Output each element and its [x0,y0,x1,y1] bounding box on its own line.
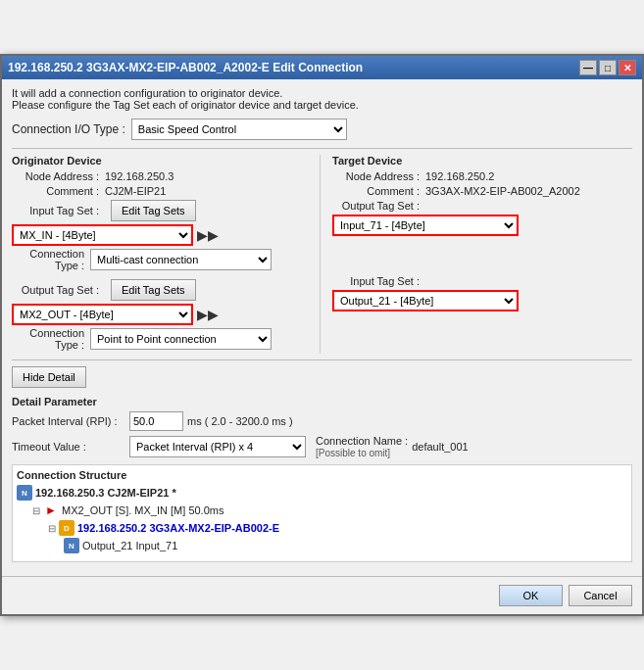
rpi-input[interactable] [129,411,183,431]
tree-item1-text: 192.168.250.3 CJ2M-EIP21 * [35,487,176,499]
orig-comment-row: Comment : CJ2M-EIP21 [12,185,308,197]
orig-conn-type-label: ConnectionType : [12,248,90,271]
target-comment-label: Comment : [332,185,425,197]
detail-section: Detail Parameter Packet Interval (RPI) :… [12,396,632,458]
info-text: It will add a connection configuration t… [12,87,632,111]
tree-item-1: N 192.168.250.3 CJ2M-EIP21 * [17,485,627,501]
orig-output-tag-label: Output Tag Set : [12,284,105,296]
orig-output-conn-type-select[interactable]: Point to Point connection [90,328,272,350]
target-column: Target Device Node Address : 192.168.250… [324,155,632,354]
info-line1: It will add a connection configuration t… [12,87,632,99]
orig-node-value: 192.168.250.3 [105,170,173,182]
orig-comment-label: Comment : [12,185,105,197]
orig-node-row: Node Address : 192.168.250.3 [12,170,308,182]
orig-output-tag-select[interactable]: MX2_OUT - [4Byte] [12,304,193,325]
conn-struct-title: Connection Structure [17,469,627,481]
orig-comment-value: CJ2M-EIP21 [105,185,166,197]
arrow-right-icon: ▶▶ [197,227,219,243]
target-output-tag-label: Output Tag Set : [332,200,425,212]
orig-input-select-row: MX_IN - [4Byte] ▶▶ [12,224,308,246]
target-input-select-row: Output_21 - [4Byte] [332,290,632,311]
rpi-label: Packet Interval (RPI) : [12,415,129,427]
tree-item-3: ⊟ D 192.168.250.2 3G3AX-MX2-EIP-AB002-E [17,520,627,536]
divider2 [12,359,632,360]
tree-item4-text: Output_21 Input_71 [82,540,177,551]
connection-io-type-row: Connection I/O Type : Basic Speed Contro… [12,119,632,140]
orig-output-tag-row: Output Tag Set : Edit Tag Sets [12,279,308,301]
timeout-row: Timeout Value : Packet Interval (RPI) x … [12,435,632,458]
hide-detail-row: Hide Detail [12,366,632,392]
hide-detail-button[interactable]: Hide Detail [12,366,86,388]
main-content: It will add a connection configuration t… [2,79,642,570]
orig-edit-tag-button2[interactable]: Edit Tag Sets [111,279,196,301]
tree-item3-text: 192.168.250.2 3G3AX-MX2-EIP-AB002-E [77,522,279,534]
target-output-tag-select[interactable]: Input_71 - [4Byte] [332,215,519,236]
connection-structure-section: Connection Structure N 192.168.250.3 CJ2… [12,464,632,562]
target-comment-value: 3G3AX-MX2-EIP-AB002_A2002 [425,185,580,197]
target-title: Target Device [332,155,632,167]
target-output-select-row: Input_71 - [4Byte] [332,215,632,236]
target-input-section: Input Tag Set : Output_21 - [4Byte] [332,275,632,311]
orig-input-tag-select[interactable]: MX_IN - [4Byte] [12,224,193,246]
target-node-label: Node Address : [332,170,425,182]
title-bar: 192.168.250.2 3G3AX-MX2-EIP-AB002_A2002-… [2,56,642,79]
net-icon-2: N [64,538,79,553]
target-input-tag-select[interactable]: Output_21 - [4Byte] [332,290,519,311]
orig-input-tag-label: Input Tag Set : [12,205,105,216]
close-button[interactable]: ✕ [619,60,636,75]
timeout-select[interactable]: Packet Interval (RPI) x 4 [129,436,306,457]
net-icon-1: N [17,485,32,501]
device-columns: Originator Device Node Address : 192.168… [12,155,632,354]
tree-item-4: N Output_21 Input_71 [17,538,627,553]
connection-io-type-select[interactable]: Basic Speed Control [131,119,347,140]
target-input-tag-label-row: Input Tag Set : [332,275,632,287]
main-window: 192.168.250.2 3G3AX-MX2-EIP-AB002_A2002-… [0,54,644,616]
orig-input-tag-row: Input Tag Set : Edit Tag Sets [12,200,308,221]
expand-icon-1: ⊟ [32,505,40,516]
detail-section-title: Detail Parameter [12,396,129,407]
orig-output-select-row: MX2_OUT - [4Byte] ▶▶ [12,304,308,325]
rpi-unit: ms ( 2.0 - 3200.0 ms ) [187,415,293,427]
arrow-icon-1: ► [43,502,59,518]
connection-io-type-label: Connection I/O Type : [12,122,125,136]
window-title: 192.168.250.2 3G3AX-MX2-EIP-AB002_A2002-… [8,61,363,74]
expand-icon-2: ⊟ [48,523,56,534]
ok-button[interactable]: OK [499,585,563,606]
rpi-row: Packet Interval (RPI) : ms ( 2.0 - 3200.… [12,411,632,431]
arrow-right-icon2: ▶▶ [197,307,219,322]
orig-conn-type-select[interactable]: Multi-cast connection [90,249,272,270]
target-comment-row: Comment : 3G3AX-MX2-EIP-AB002_A2002 [332,185,632,197]
target-node-row: Node Address : 192.168.250.2 [332,170,632,182]
title-bar-buttons: — □ ✕ [579,60,636,75]
timeout-label: Timeout Value : [12,441,129,453]
maximize-button[interactable]: □ [599,60,617,75]
orig-output-conn-type-row: ConnectionType : Point to Point connecti… [12,327,308,351]
originator-title: Originator Device [12,155,308,167]
divider1 [12,148,632,149]
target-node-value: 192.168.250.2 [425,170,494,182]
originator-column: Originator Device Node Address : 192.168… [12,155,316,354]
minimize-button[interactable]: — [579,60,597,75]
orig-edit-tag-button[interactable]: Edit Tag Sets [111,200,196,221]
cancel-button[interactable]: Cancel [569,585,632,606]
column-divider [320,155,321,354]
target-input-tag-label: Input Tag Set : [332,275,425,287]
orig-output-section: Output Tag Set : Edit Tag Sets MX2_OUT -… [12,279,308,351]
target-output-tag-label-row: Output Tag Set : [332,200,632,212]
orig-conn-type-row: ConnectionType : Multi-cast connection [12,248,308,271]
orig-node-label: Node Address : [12,170,105,182]
tree-item2-text: MX2_OUT [S]. MX_IN [M] 50.0ms [62,504,223,516]
dev-icon-1: D [59,520,74,536]
conn-name-label: Connection Name : [Possible to omit] [316,435,408,458]
conn-name-value: default_001 [412,441,469,453]
tree-item-2: ⊟ ► MX2_OUT [S]. MX_IN [M] 50.0ms [17,502,627,518]
info-line2: Please configure the Tag Set each of ori… [12,99,632,111]
bottom-buttons: OK Cancel [2,576,642,614]
orig-output-conn-type-label: ConnectionType : [12,327,90,351]
